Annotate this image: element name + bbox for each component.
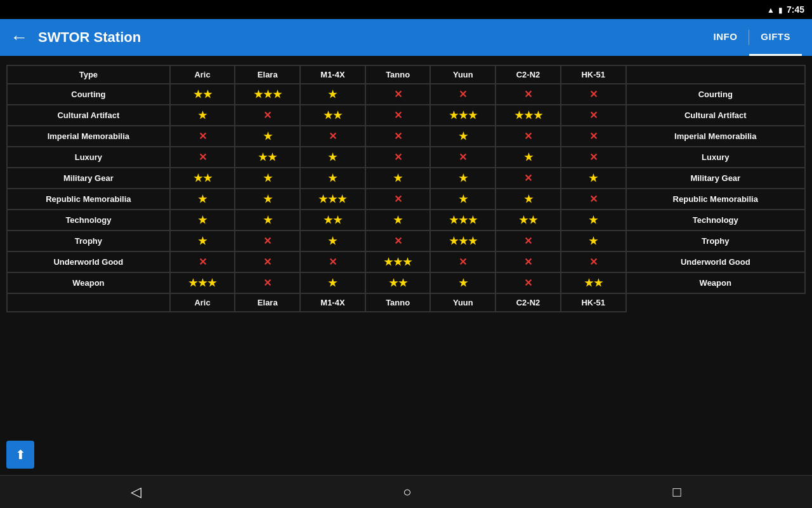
red-x-icon: ✕ <box>589 193 598 205</box>
table-row: Underworld Good✕✕✕★★★✕✕✕Underworld Good <box>7 251 805 272</box>
scroll-top-button[interactable]: ⬆ <box>6 441 34 469</box>
table-row: Military Gear★★★★★★✕★Military Gear <box>7 168 805 189</box>
cell-value: ✕ <box>365 84 431 105</box>
cell-value: ✕ <box>561 189 626 210</box>
gold-star-icon: ★ <box>403 256 412 268</box>
cell-value: ★ <box>300 231 365 251</box>
gold-star-icon: ★ <box>328 151 337 163</box>
gold-star-icon: ★ <box>263 193 272 205</box>
row-type-label: Luxury <box>7 147 170 168</box>
gold-star-icon: ★ <box>328 88 337 100</box>
footer-m14x: M1-4X <box>300 293 365 312</box>
red-x-icon: ✕ <box>524 277 532 289</box>
gold-star-icon: ★ <box>393 256 402 268</box>
row-right-label: Military Gear <box>626 168 805 189</box>
gold-star-icon: ★ <box>207 277 216 289</box>
red-x-icon: ✕ <box>263 109 272 121</box>
tab-info[interactable]: INFO <box>702 19 749 56</box>
nav-tabs: INFO GIFTS <box>702 19 802 56</box>
red-x-icon: ✕ <box>394 193 402 205</box>
gold-star-icon: ★ <box>198 193 207 205</box>
back-nav-icon[interactable]: ◁ <box>131 484 141 500</box>
red-x-icon: ✕ <box>589 151 598 163</box>
row-right-label: Technology <box>626 210 805 231</box>
cell-value: ★★ <box>495 210 561 231</box>
gold-star-icon: ★ <box>198 109 207 121</box>
cell-value: ★ <box>495 189 561 210</box>
row-type-label: Imperial Memorabilia <box>7 126 170 147</box>
gold-star-icon: ★ <box>203 88 212 100</box>
row-type-label: Courting <box>7 84 170 105</box>
home-nav-icon[interactable]: ○ <box>403 484 411 500</box>
red-x-icon: ✕ <box>589 109 598 121</box>
header-right-label <box>626 65 805 84</box>
cell-value: ★ <box>300 168 365 189</box>
cell-value: ✕ <box>170 147 235 168</box>
gold-star-icon: ★ <box>263 130 272 142</box>
gold-star-icon: ★ <box>398 277 407 289</box>
cell-value: ★ <box>300 272 365 293</box>
gold-star-icon: ★ <box>449 235 458 247</box>
red-x-icon: ✕ <box>524 256 532 268</box>
cell-value: ★★★ <box>430 105 495 126</box>
footer-hk51: HK-51 <box>561 293 626 312</box>
cell-value: ✕ <box>235 231 300 251</box>
red-x-icon: ✕ <box>459 88 467 100</box>
cell-value: ✕ <box>170 251 235 272</box>
footer-aric: Aric <box>170 293 235 312</box>
table-row: Technology★★★★★★★★★★★Technology <box>7 210 805 231</box>
row-right-label: Weapon <box>626 272 805 293</box>
gold-star-icon: ★ <box>524 193 533 205</box>
gold-star-icon: ★ <box>333 214 342 226</box>
red-x-icon: ✕ <box>394 151 402 163</box>
gold-star-icon: ★ <box>337 193 346 205</box>
bottom-nav: ◁ ○ □ <box>0 475 812 508</box>
gold-star-icon: ★ <box>584 277 593 289</box>
status-time: 7:45 <box>787 4 804 15</box>
gold-star-icon: ★ <box>514 109 523 121</box>
table-row: Republic Memorabilia★★★★★✕★★✕Republic Me… <box>7 189 805 210</box>
gold-star-icon: ★ <box>459 172 468 184</box>
table-row: Imperial Memorabilia✕★✕✕★✕✕Imperial Memo… <box>7 126 805 147</box>
gold-star-icon: ★ <box>393 214 402 226</box>
cell-value: ✕ <box>430 251 495 272</box>
row-type-label: Cultural Artifact <box>7 105 170 126</box>
gold-star-icon: ★ <box>263 88 272 100</box>
cell-value: ★★ <box>170 168 235 189</box>
recents-nav-icon[interactable]: □ <box>673 484 681 500</box>
gold-star-icon: ★ <box>524 151 533 163</box>
header-type: Type <box>7 65 170 84</box>
tab-gifts[interactable]: GIFTS <box>749 19 802 56</box>
cell-value: ✕ <box>170 126 235 147</box>
table-row: Cultural Artifact★✕★★✕★★★★★★✕Cultural Ar… <box>7 105 805 126</box>
cell-value: ★ <box>365 210 431 231</box>
gifts-table: Type Aric Elara M1-4X Tanno Yuun C2-N2 H… <box>6 65 806 312</box>
cell-value: ★ <box>430 168 495 189</box>
cell-value: ★ <box>235 189 300 210</box>
row-right-label: Underworld Good <box>626 251 805 272</box>
red-x-icon: ✕ <box>263 235 272 247</box>
cell-value: ✕ <box>561 84 626 105</box>
cell-value: ✕ <box>235 272 300 293</box>
cell-value: ★ <box>170 231 235 251</box>
row-right-label: Courting <box>626 84 805 105</box>
cell-value: ★ <box>170 210 235 231</box>
cell-value: ✕ <box>365 105 431 126</box>
table-row: Luxury✕★★★✕✕★✕Luxury <box>7 147 805 168</box>
cell-value: ✕ <box>561 251 626 272</box>
gold-star-icon: ★ <box>468 235 477 247</box>
cell-value: ★ <box>300 147 365 168</box>
main-content: Type Aric Elara M1-4X Tanno Yuun C2-N2 H… <box>0 56 812 475</box>
gold-star-icon: ★ <box>324 109 332 121</box>
red-x-icon: ✕ <box>524 172 532 184</box>
gold-star-icon: ★ <box>594 277 603 289</box>
gold-star-icon: ★ <box>534 109 542 121</box>
cell-value: ✕ <box>430 147 495 168</box>
row-type-label: Military Gear <box>7 168 170 189</box>
back-button[interactable]: ← <box>10 29 28 46</box>
row-right-label: Luxury <box>626 147 805 168</box>
red-x-icon: ✕ <box>394 235 402 247</box>
gold-star-icon: ★ <box>328 193 337 205</box>
gold-star-icon: ★ <box>519 214 528 226</box>
status-icons: 7:45 <box>767 4 804 15</box>
